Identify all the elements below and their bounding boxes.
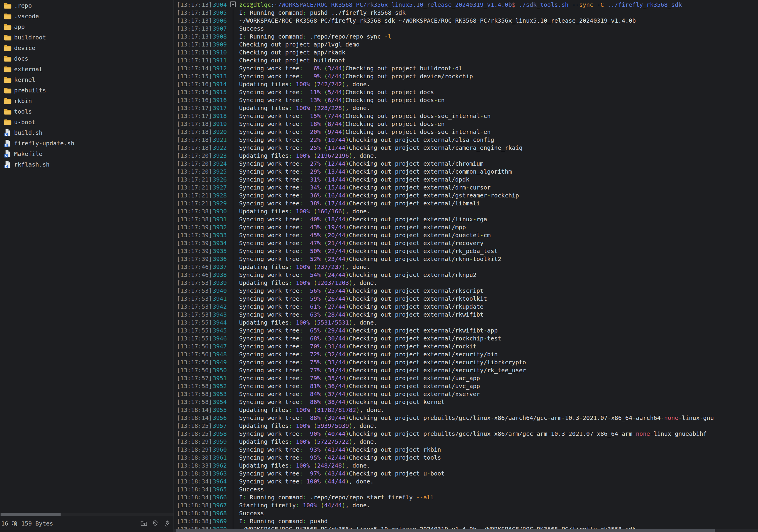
sidebar-horizontal-scrollbar-thumb[interactable] — [1, 513, 61, 516]
timestamp: [13:17:18] — [174, 128, 213, 136]
log-text: Syncing work tree: 93% (41/44)Checking o… — [239, 446, 441, 454]
timestamp: [13:18:14] — [174, 414, 213, 422]
timestamp: [13:17:20] — [174, 160, 213, 168]
log-text: ~/WORKSPACE/ROC-RK3568-PC/firefly_rk3568… — [239, 17, 636, 25]
location-pin-icon[interactable] — [152, 519, 159, 527]
log-line: [13:18:34]3966I: Running command: .repo/… — [174, 493, 758, 501]
folder-item-u-boot[interactable]: u-boot — [0, 117, 174, 127]
timestamp: [13:17:18] — [174, 120, 213, 128]
log-text: Syncing work tree: 22% (10/44)Checking o… — [239, 136, 494, 144]
script-file-icon — [4, 139, 12, 147]
folder-icon — [4, 65, 12, 73]
log-text: Syncing work tree: 20% (9/44)Checking ou… — [239, 128, 491, 136]
log-line: [13:18:33]3962Updating files: 100% (248/… — [174, 462, 758, 470]
log-text: Success — [239, 509, 264, 517]
line-number: 3919 — [213, 120, 227, 128]
file-item-firefly-update.sh[interactable]: firefly-update.sh — [0, 138, 174, 149]
log-text: Syncing work tree: 45% (20/44)Checking o… — [239, 231, 491, 239]
timestamp: [13:17:13] — [174, 17, 213, 25]
line-number: 3905 — [213, 9, 227, 17]
line-number: 3908 — [213, 33, 227, 41]
line-number: 3963 — [213, 470, 227, 478]
file-name: external — [14, 66, 42, 73]
folder-item-tools[interactable]: tools — [0, 106, 174, 117]
file-name: kernel — [14, 76, 35, 83]
log-text: Updating files: 100% (1203/1203), done. — [239, 279, 377, 287]
log-line: [13:18:34]3964Syncing work tree: 100% (4… — [174, 478, 758, 485]
script-file-icon — [4, 150, 12, 158]
item-count-and-size: 16 项 159 Bytes — [0, 520, 53, 528]
line-number: 3958 — [213, 430, 227, 438]
log-text: Updating files: 100% (2196/2196), done. — [239, 152, 377, 160]
folder-item-prebuilts[interactable]: prebuilts — [0, 85, 174, 96]
line-number: 3949 — [213, 358, 227, 366]
log-text: Syncing work tree: 63% (28/44)Checking o… — [239, 311, 484, 319]
folder-item-rkbin[interactable]: rkbin — [0, 96, 174, 106]
line-number: 3943 — [213, 311, 227, 319]
folder-item-device[interactable]: device — [0, 43, 174, 53]
folder-open-icon[interactable] — [140, 519, 148, 527]
timestamp: [13:17:39] — [174, 231, 213, 239]
timestamp: [13:17:13] — [174, 25, 213, 33]
log-text: I: Running command: .repo/repo/repo star… — [239, 493, 434, 501]
folder-item-kernel[interactable]: kernel — [0, 74, 174, 85]
line-number: 3914 — [213, 80, 227, 88]
timestamp: [13:17:57] — [174, 374, 213, 382]
log-line: [13:17:13]3909Checking out project app/l… — [174, 41, 758, 49]
folder-item-docs[interactable]: docs — [0, 53, 174, 64]
log-text: Syncing work tree: 6% (3/44)Checking out… — [239, 64, 463, 72]
folder-item-external[interactable]: external — [0, 64, 174, 74]
log-line: [13:18:25]3957Updating files: 100% (5939… — [174, 422, 758, 430]
navigate-pin-icon[interactable] — [163, 519, 171, 527]
log-line: [13:18:38]3967Starting firefly: 100% (44… — [174, 501, 758, 509]
file-list: .repo.vscodeappbuildrootdevicedocsextern… — [0, 0, 174, 170]
folder-item-.vscode[interactable]: .vscode — [0, 11, 174, 21]
terminal-horizontal-scrollbar-thumb[interactable] — [176, 529, 715, 532]
line-number: 3925 — [213, 168, 227, 176]
log-text: Syncing work tree: 47% (21/44)Checking o… — [239, 239, 484, 247]
folder-item-app[interactable]: app — [0, 21, 174, 32]
line-number: 3968 — [213, 509, 227, 517]
log-text: Updating files: 100% (166/166), done. — [239, 207, 370, 215]
timestamp: [13:17:53] — [174, 303, 213, 311]
line-number: 3957 — [213, 422, 227, 430]
terminal-log-panel[interactable]: [13:17:13]3904zcs@dtlqc:~/WORKSPACE/ROC-… — [174, 0, 758, 532]
line-number: 3965 — [213, 485, 227, 493]
timestamp: [13:17:39] — [174, 247, 213, 255]
folder-item-buildroot[interactable]: buildroot — [0, 32, 174, 43]
log-line: [13:18:34]3965Success — [174, 485, 758, 493]
log-line: [13:17:39]3932Syncing work tree: 43% (19… — [174, 223, 758, 231]
log-line: [13:17:13]3904zcs@dtlqc:~/WORKSPACE/ROC-… — [174, 1, 758, 9]
log-line: [13:17:56]3949Syncing work tree: 75% (33… — [174, 358, 758, 366]
log-line: [13:17:20]3923Updating files: 100% (2196… — [174, 152, 758, 160]
log-line: [13:17:21]3928Syncing work tree: 36% (16… — [174, 192, 758, 199]
line-number: 3932 — [213, 223, 227, 231]
log-line: [13:17:21]3926Syncing work tree: 31% (14… — [174, 176, 758, 184]
file-item-build.sh[interactable]: build.sh — [0, 127, 174, 138]
log-text: Syncing work tree: 9% (4/44)Checking out… — [239, 72, 473, 80]
timestamp: [13:17:14] — [174, 64, 213, 72]
log-text: Syncing work tree: 40% (18/44)Checking o… — [239, 215, 487, 223]
log-text: Checking out project app/rkadk — [239, 49, 345, 56]
timestamp: [13:17:53] — [174, 311, 213, 319]
script-file-icon — [4, 161, 12, 169]
log-line: [13:18:14]3956Syncing work tree: 88% (39… — [174, 414, 758, 422]
file-name: tools — [14, 108, 32, 115]
file-item-Makefile[interactable]: Makefile — [0, 149, 174, 159]
line-number: 3952 — [213, 382, 227, 390]
timestamp: [13:18:38] — [174, 509, 213, 517]
line-number: 3907 — [213, 25, 227, 33]
line-number: 3940 — [213, 287, 227, 295]
line-number: 3967 — [213, 501, 227, 509]
fold-collapse-toggle[interactable] — [230, 1, 236, 7]
file-item-rkflash.sh[interactable]: rkflash.sh — [0, 159, 174, 170]
timestamp: [13:18:25] — [174, 430, 213, 438]
log-text: Syncing work tree: 95% (42/44)Checking o… — [239, 454, 441, 462]
folder-item-.repo[interactable]: .repo — [0, 0, 174, 11]
timestamp: [13:17:18] — [174, 136, 213, 144]
timestamp: [13:17:13] — [174, 56, 213, 64]
folder-icon — [4, 23, 12, 31]
timestamp: [13:17:56] — [174, 358, 213, 366]
timestamp: [13:18:38] — [174, 501, 213, 509]
script-file-icon — [4, 129, 12, 137]
